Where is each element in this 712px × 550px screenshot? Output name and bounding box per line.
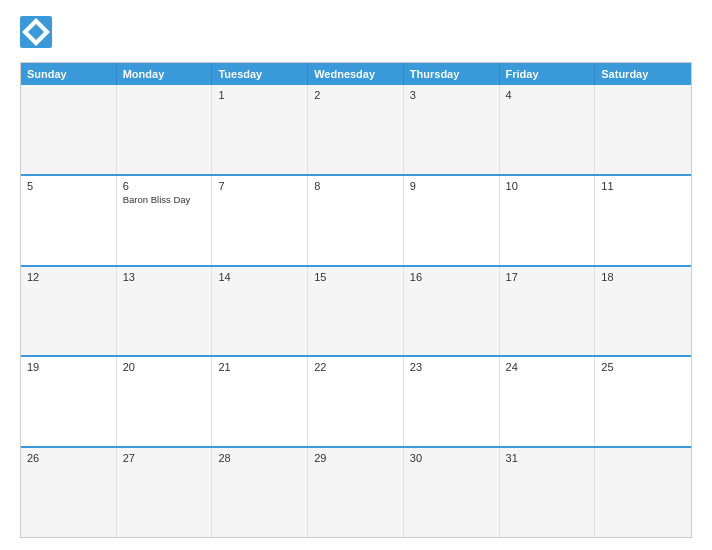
calendar-cell: 26 [21,448,117,537]
calendar-header: SundayMondayTuesdayWednesdayThursdayFrid… [21,63,691,85]
calendar-cell: 8 [308,176,404,265]
calendar-cell: 28 [212,448,308,537]
header-day-thursday: Thursday [404,63,500,85]
day-number: 21 [218,361,301,373]
day-number: 19 [27,361,110,373]
day-number: 3 [410,89,493,101]
calendar-cell: 24 [500,357,596,446]
day-number: 30 [410,452,493,464]
day-number: 29 [314,452,397,464]
calendar-week-2: 56Baron Bliss Day7891011 [21,174,691,265]
calendar-cell: 11 [595,176,691,265]
calendar-cell: 3 [404,85,500,174]
day-number: 12 [27,271,110,283]
calendar-cell [21,85,117,174]
calendar-cell [595,85,691,174]
day-number: 1 [218,89,301,101]
day-number: 8 [314,180,397,192]
calendar-cell: 17 [500,267,596,356]
day-number: 31 [506,452,589,464]
day-number: 14 [218,271,301,283]
page-header [20,16,692,52]
calendar-cell: 14 [212,267,308,356]
calendar-cell: 9 [404,176,500,265]
day-number: 25 [601,361,685,373]
calendar-cell [595,448,691,537]
calendar-cell: 21 [212,357,308,446]
day-number: 2 [314,89,397,101]
event-label: Baron Bliss Day [123,194,206,206]
calendar-week-5: 262728293031 [21,446,691,537]
calendar-cell: 4 [500,85,596,174]
day-number: 26 [27,452,110,464]
calendar-cell: 20 [117,357,213,446]
header-day-friday: Friday [500,63,596,85]
calendar-cell: 13 [117,267,213,356]
header-day-saturday: Saturday [595,63,691,85]
calendar-cell: 30 [404,448,500,537]
calendar-cell: 31 [500,448,596,537]
calendar-cell: 6Baron Bliss Day [117,176,213,265]
calendar-cell: 22 [308,357,404,446]
day-number: 15 [314,271,397,283]
day-number: 5 [27,180,110,192]
header-day-monday: Monday [117,63,213,85]
day-number: 16 [410,271,493,283]
day-number: 7 [218,180,301,192]
day-number: 28 [218,452,301,464]
calendar-cell: 27 [117,448,213,537]
calendar-week-3: 12131415161718 [21,265,691,356]
calendar-cell: 29 [308,448,404,537]
calendar-cell: 12 [21,267,117,356]
day-number: 22 [314,361,397,373]
calendar-body: 123456Baron Bliss Day7891011121314151617… [21,85,691,537]
day-number: 10 [506,180,589,192]
calendar-cell: 15 [308,267,404,356]
logo [20,16,56,52]
calendar-cell: 18 [595,267,691,356]
calendar-week-4: 19202122232425 [21,355,691,446]
calendar-week-1: 1234 [21,85,691,174]
calendar-cell: 10 [500,176,596,265]
day-number: 6 [123,180,206,192]
calendar-cell: 5 [21,176,117,265]
calendar-cell: 23 [404,357,500,446]
calendar-cell: 1 [212,85,308,174]
day-number: 24 [506,361,589,373]
calendar-cell: 16 [404,267,500,356]
day-number: 27 [123,452,206,464]
calendar-cell: 7 [212,176,308,265]
header-day-wednesday: Wednesday [308,63,404,85]
calendar-cell: 25 [595,357,691,446]
day-number: 17 [506,271,589,283]
calendar-page: SundayMondayTuesdayWednesdayThursdayFrid… [0,0,712,550]
day-number: 9 [410,180,493,192]
logo-icon [20,16,52,52]
day-number: 20 [123,361,206,373]
calendar-grid: SundayMondayTuesdayWednesdayThursdayFrid… [20,62,692,538]
calendar-cell [117,85,213,174]
day-number: 4 [506,89,589,101]
day-number: 11 [601,180,685,192]
header-day-tuesday: Tuesday [212,63,308,85]
calendar-cell: 19 [21,357,117,446]
day-number: 18 [601,271,685,283]
day-number: 13 [123,271,206,283]
calendar-cell: 2 [308,85,404,174]
day-number: 23 [410,361,493,373]
header-day-sunday: Sunday [21,63,117,85]
